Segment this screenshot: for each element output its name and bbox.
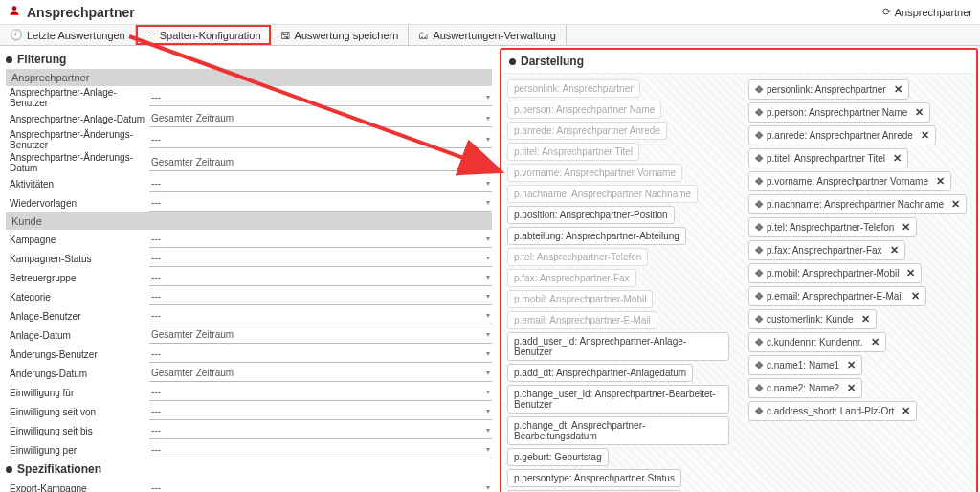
selected-column-chip[interactable]: ✥p.fax: Ansprechpartner-Fax✕ — [748, 240, 905, 260]
drag-icon: ✥ — [755, 268, 763, 279]
filter-row: Ansprechpartner-Anlage-DatumGesamter Zei… — [6, 109, 492, 128]
selected-column-chip[interactable]: ✥p.anrede: Ansprechpartner Anrede✕ — [748, 125, 936, 145]
remove-icon[interactable]: ✕ — [861, 313, 870, 325]
available-column-chip[interactable]: p.add_dt: Ansprechpartner-Anlagedatum — [507, 364, 693, 382]
selected-column-chip[interactable]: ✥customerlink: Kunde✕ — [748, 309, 877, 329]
filter-select[interactable]: ---▾ — [149, 89, 492, 106]
filter-row: Ansprechpartner-Anlage-Benutzer---▾ — [6, 86, 492, 109]
refresh-label: Ansprechpartner — [895, 7, 972, 18]
refresh-link[interactable]: ⟳ Ansprechpartner — [882, 6, 972, 18]
remove-icon[interactable]: ✕ — [847, 382, 856, 394]
available-column-chip[interactable]: p.abteilung: Ansprechpartner-Abteilung — [507, 227, 686, 245]
available-column-chip[interactable]: p.change_dt: Ansprechpartner-Bearbeitung… — [507, 416, 729, 445]
filter-row: Kategorie---▾ — [6, 287, 492, 306]
available-column-chip[interactable]: p.change_user_id: Ansprechpartner-Bearbe… — [507, 385, 729, 414]
selected-column-chip[interactable]: ✥p.titel: Ansprechpartner Titel✕ — [748, 148, 908, 168]
remove-icon[interactable]: ✕ — [890, 244, 899, 257]
filter-select[interactable]: ---▾ — [149, 288, 492, 305]
selected-column-chip[interactable]: ✥c.name2: Name2✕ — [748, 378, 862, 398]
remove-icon[interactable]: ✕ — [936, 175, 945, 188]
filter-row: Anlage-DatumGesamter Zeitraum▾ — [6, 325, 492, 345]
filter-select[interactable]: ---▾ — [149, 194, 492, 212]
filter-select[interactable]: ---▾ — [149, 131, 492, 148]
remove-icon[interactable]: ✕ — [871, 336, 880, 348]
filter-select[interactable]: Gesamter Zeitraum▾ — [149, 110, 492, 127]
remove-icon[interactable]: ✕ — [894, 83, 902, 96]
filter-select[interactable]: ---▾ — [149, 175, 492, 192]
filter-row: Einwilligung für---▾ — [6, 383, 492, 402]
filter-row: Wiedervorlagen---▾ — [6, 193, 492, 212]
filter-select[interactable]: Gesamter Zeitraum▾ — [149, 154, 492, 171]
refresh-icon: ⟳ — [882, 6, 891, 18]
selected-column-chip[interactable]: ✥c.kundennr: Kundennr.✕ — [748, 332, 886, 352]
page-title-text: Ansprechpartner — [27, 5, 135, 20]
filter-select[interactable]: ---▾ — [149, 422, 492, 439]
selected-column-chip[interactable]: ✥p.tel: Ansprechpartner-Telefon✕ — [748, 217, 917, 237]
filter-row: Einwilligung seit von---▾ — [6, 402, 492, 421]
filter-row: Änderungs-DatumGesamter Zeitraum▾ — [6, 364, 492, 383]
chevron-down-icon: ▾ — [486, 198, 490, 207]
filter-label: Anlage-Datum — [6, 330, 149, 341]
filter-select[interactable]: ---▾ — [149, 403, 492, 420]
filter-label: Einwilligung per — [6, 445, 149, 456]
filter-select[interactable]: Gesamter Zeitraum▾ — [149, 365, 492, 382]
filter-label: Einwilligung seit bis — [6, 426, 149, 436]
selected-column-chip[interactable]: ✥p.email: Ansprechpartner-E-Mail✕ — [748, 286, 926, 306]
columns-icon: ⋯ — [145, 29, 156, 41]
filter-select[interactable]: ---▾ — [149, 250, 492, 267]
drag-icon: ✥ — [755, 107, 763, 118]
available-column-chip[interactable]: p.persontype: Ansprechpartner Status — [507, 469, 681, 487]
available-column-chip[interactable]: p.position: Ansprechpartner-Position — [507, 206, 675, 224]
filter-row: Kampagnen-Status---▾ — [6, 249, 492, 268]
filter-select[interactable]: ---▾ — [149, 480, 492, 492]
svg-point-0 — [12, 6, 17, 11]
remove-icon[interactable]: ✕ — [893, 152, 902, 165]
chevron-down-icon: ▾ — [486, 426, 490, 435]
remove-icon[interactable]: ✕ — [847, 359, 856, 371]
selected-column-chip[interactable]: ✥personlink: Ansprechpartner✕ — [748, 79, 909, 100]
filter-select[interactable]: ---▾ — [149, 307, 492, 324]
clock-icon: 🕘 — [10, 29, 23, 41]
filter-select[interactable]: ---▾ — [149, 346, 492, 363]
selected-column-chip[interactable]: ✥c.address_short: Land-Plz-Ort✕ — [748, 401, 917, 421]
remove-icon[interactable]: ✕ — [902, 405, 910, 417]
remove-icon[interactable]: ✕ — [915, 106, 924, 119]
available-column-chip[interactable]: p.add_user_id: Ansprechpartner-Anlage-Be… — [507, 332, 729, 361]
bullet-icon — [6, 466, 12, 473]
drag-icon: ✥ — [755, 360, 763, 370]
filter-label: Einwilligung seit von — [6, 407, 149, 417]
available-column-chip: p.person: Ansprechpartner Name — [507, 101, 661, 119]
remove-icon[interactable]: ✕ — [911, 290, 920, 302]
manage-evaluations-button[interactable]: 🗂Auswertungen-Verwaltung — [409, 25, 566, 45]
remove-icon[interactable]: ✕ — [906, 267, 915, 280]
chevron-down-icon: ▾ — [486, 254, 490, 262]
chevron-down-icon: ▾ — [486, 349, 490, 358]
recent-evaluations-button[interactable]: 🕘Letzte Auswertungen — [0, 25, 136, 45]
filter-select[interactable]: Gesamter Zeitraum▾ — [149, 326, 492, 344]
chevron-down-icon: ▾ — [486, 235, 490, 243]
drag-icon: ✥ — [755, 222, 763, 233]
drag-icon: ✥ — [755, 176, 763, 187]
remove-icon[interactable]: ✕ — [902, 221, 910, 234]
filter-select[interactable]: ---▾ — [149, 441, 492, 458]
chevron-down-icon: ▾ — [486, 273, 490, 281]
save-evaluation-button[interactable]: 🖫Auswertung speichern — [271, 25, 410, 45]
selected-column-chip[interactable]: ✥p.mobil: Ansprechpartner-Mobil✕ — [748, 263, 922, 283]
selected-column-chip[interactable]: ✥c.name1: Name1✕ — [748, 355, 862, 375]
filter-label: Kampagne — [6, 235, 149, 245]
filter-row: Betreuergruppe---▾ — [6, 268, 492, 287]
filter-select[interactable]: ---▾ — [149, 231, 492, 248]
filter-row: Ansprechpartner-Änderungs-Benutzer---▾ — [6, 128, 492, 151]
available-column-chip[interactable]: p.geburt: Geburtstag — [507, 448, 609, 466]
column-config-button[interactable]: ⋯Spalten-Konfiguration — [136, 25, 271, 45]
selected-column-chip[interactable]: ✥p.vorname: Ansprechpartner Vorname✕ — [748, 171, 951, 191]
selected-column-chip[interactable]: ✥p.person: Ansprechpartner Name✕ — [748, 102, 930, 123]
filter-label: Änderungs-Benutzer — [6, 349, 149, 360]
filter-select[interactable]: ---▾ — [149, 384, 492, 401]
filter-select[interactable]: ---▾ — [149, 269, 492, 286]
remove-icon[interactable]: ✕ — [921, 129, 929, 142]
remove-icon[interactable]: ✕ — [951, 198, 960, 211]
filter-label: Ansprechpartner-Änderungs-Benutzer — [6, 129, 149, 150]
manage-icon: 🗂 — [418, 30, 429, 41]
selected-column-chip[interactable]: ✥p.nachname: Ansprechpartner Nachname✕ — [748, 194, 967, 214]
